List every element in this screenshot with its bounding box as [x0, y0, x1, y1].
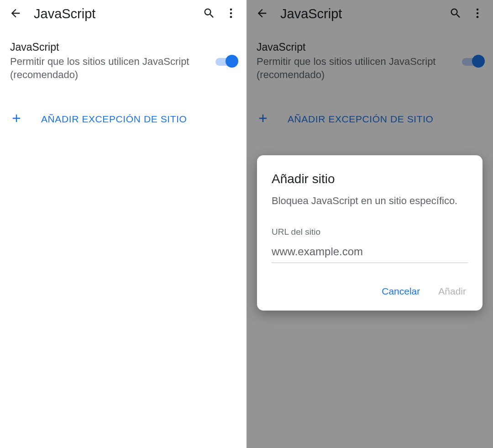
- settings-screen-right: JavaScript JavaScript Permitir que los s…: [246, 0, 493, 448]
- toggle-thumb: [226, 55, 238, 68]
- plus-icon-wrap: [10, 112, 32, 126]
- arrow-back-icon: [9, 7, 22, 21]
- javascript-toggle-row[interactable]: JavaScript Permitir que los sitios utili…: [0, 27, 246, 81]
- site-url-input[interactable]: [272, 243, 468, 263]
- page-title: JavaScript: [34, 6, 198, 21]
- add-site-exception-button[interactable]: AÑADIR EXCEPCIÓN DE SITIO: [0, 106, 246, 132]
- add-exception-label: AÑADIR EXCEPCIÓN DE SITIO: [41, 114, 187, 125]
- dialog-actions: Cancelar Añadir: [272, 281, 468, 301]
- svg-point-2: [230, 16, 232, 18]
- plus-icon: [10, 112, 23, 126]
- setting-description: Permitir que los sitios utilicen JavaScr…: [10, 55, 208, 81]
- svg-point-0: [230, 8, 232, 11]
- add-button[interactable]: Añadir: [436, 281, 468, 301]
- svg-point-1: [230, 12, 232, 14]
- more-menu-button[interactable]: [220, 3, 242, 25]
- javascript-toggle[interactable]: [215, 55, 236, 68]
- cancel-button[interactable]: Cancelar: [380, 281, 422, 301]
- dialog-title: Añadir sitio: [272, 172, 468, 186]
- setting-title: JavaScript: [10, 41, 208, 53]
- search-icon: [203, 7, 215, 21]
- search-button[interactable]: [198, 3, 220, 25]
- back-button[interactable]: [5, 3, 26, 25]
- setting-text: JavaScript Permitir que los sitios utili…: [10, 41, 208, 81]
- app-bar: JavaScript: [0, 0, 246, 27]
- add-site-dialog: Añadir sitio Bloquea JavaScript en un si…: [257, 155, 483, 311]
- url-field-label: URL del sitio: [272, 227, 468, 237]
- settings-screen-left: JavaScript JavaScript Permitir que los s…: [0, 0, 246, 448]
- more-vert-icon: [225, 7, 237, 21]
- dialog-description: Bloquea JavaScript en un sitio específic…: [272, 195, 468, 208]
